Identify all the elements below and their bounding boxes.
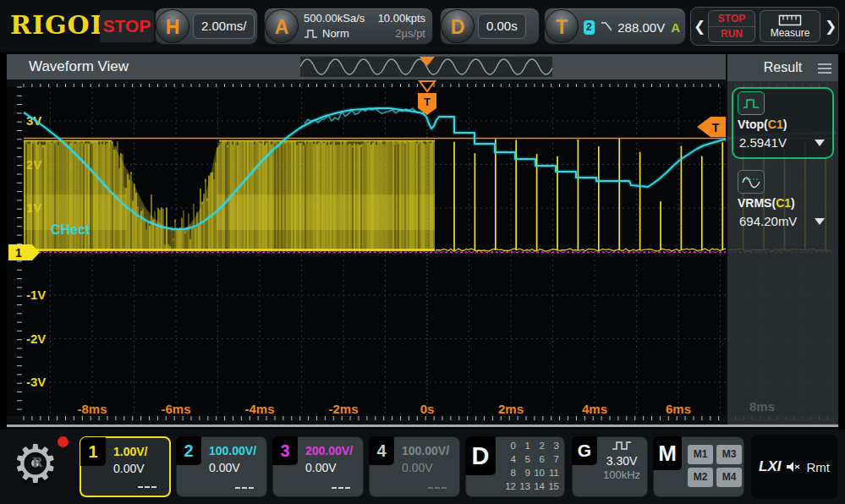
channel-2-button[interactable]: 2 100.00V/ 0.00V (176, 436, 267, 497)
delay-control[interactable]: D 0.00s (440, 8, 540, 45)
ch3-offset: 0.00V (305, 461, 337, 474)
lxi-status: LXI (759, 458, 781, 475)
quick-menu-group: ❮ STOP RUN Measure ❯ (690, 7, 839, 46)
math-m3-button[interactable]: M3 (716, 445, 742, 464)
t-knob[interactable]: T (545, 9, 579, 43)
dashed-line-icon (428, 487, 447, 489)
record-dot-icon (58, 436, 69, 447)
result-panel-header: Result (727, 54, 838, 81)
channel-ref: C1 (776, 196, 791, 210)
channel-1-button[interactable]: 1 1.00V/ 0.00V (80, 436, 171, 497)
waveform-view-title: Waveform View (29, 54, 129, 79)
menu-next-icon[interactable]: ❯ (825, 18, 835, 36)
vrms-measure-icon (738, 170, 765, 194)
ch2-scale: 100.00V/ (209, 444, 256, 457)
ch4-offset: 0.00V (402, 461, 433, 474)
square-wave-icon (611, 440, 633, 451)
speaker-muted-icon[interactable] (786, 460, 801, 474)
generator-voltage: 3.30V (598, 454, 645, 468)
a-knob[interactable]: A (265, 9, 299, 43)
status-panel: LXI Rmt (751, 435, 837, 499)
menu-prev-icon[interactable]: ❮ (694, 18, 704, 36)
acquisition-status: STOP (100, 10, 154, 42)
measure-button[interactable]: Measure (760, 10, 820, 42)
trigger-control[interactable]: T 2 288.00V A (544, 8, 686, 45)
expand-caret-icon[interactable] (815, 140, 825, 146)
dashed-line-icon (235, 487, 254, 489)
digital-channel-numbers: 0123 4567 891011 12131415 (502, 440, 559, 493)
math-button[interactable]: M M1 M3 M2 M4 (653, 436, 744, 497)
digital-channels-button[interactable]: D 0123 4567 891011 12131415 (465, 436, 565, 497)
vtop-measure-icon (738, 91, 765, 115)
result-panel: Result Vtop(C1) 2.5941V VRMS(C1) (726, 54, 838, 425)
math-m4-button[interactable]: M4 (716, 468, 742, 487)
measurement-card-vrms[interactable]: VRMS(C1) 694.20mV (732, 166, 834, 238)
ch1-scale: 1.00V/ (113, 445, 147, 458)
expand-caret-icon[interactable] (815, 218, 825, 225)
memory-depth: 10.00kpts (378, 11, 425, 26)
channel-4-button[interactable]: 4 100.00V/ 0.00V (369, 436, 460, 497)
rigol-gear-logo[interactable]: ⚙ R (10, 431, 73, 501)
h-knob[interactable]: H (156, 9, 189, 43)
trigger-source-badge: 2 (584, 20, 595, 35)
remote-status: Rmt (806, 460, 830, 474)
oscilloscope-screen: 3V2V1V-1V-2V-3V-8ms-6ms-4ms-2ms0s2ms4ms6… (0, 0, 845, 504)
ruler-icon (778, 14, 802, 26)
channel-ref: C1 (768, 118, 783, 131)
waveform-plot-background (7, 79, 838, 430)
falling-edge-icon (601, 21, 612, 33)
horizontal-scale-value[interactable]: 2.00ms/ (193, 14, 255, 39)
trigger-sweep-auto-flag: A (671, 20, 680, 35)
horizontal-scale-control[interactable]: H 2.00ms/ (155, 8, 258, 45)
ch3-scale: 200.00V/ (305, 444, 353, 457)
channel-3-button[interactable]: 3 200.00V/ 0.00V (272, 436, 364, 497)
math-m1-button[interactable]: M1 (688, 445, 713, 464)
rigol-logo: RIGOL (10, 10, 109, 40)
dashed-line-icon (138, 486, 156, 488)
bottom-bar: ⚙ R 1 1.00V/ 0.00V 2 100.00V/ 0.00V 3 20… (0, 430, 845, 504)
top-bar: RIGOL STOP H 2.00ms/ A 500.00kSa/s 10.00… (0, 0, 845, 52)
generator-frequency: 100kHz (598, 468, 645, 482)
result-menu-icon[interactable] (818, 63, 831, 76)
pulse-icon (304, 29, 319, 39)
dashed-line-icon (332, 487, 350, 489)
measurement-card-vtop[interactable]: Vtop(C1) 2.5941V (732, 87, 834, 159)
stop-run-button[interactable]: STOP RUN (708, 10, 755, 42)
waveform-generator-button[interactable]: G 3.30V 100kHz (572, 436, 648, 497)
acquisition-mode: Norm (322, 26, 349, 41)
d-knob[interactable]: D (441, 9, 475, 43)
timeline-overview[interactable] (300, 57, 552, 77)
acquisition-control[interactable]: A 500.00kSa/s 10.00kpts Norm 2µs/pt (264, 8, 433, 45)
trigger-level-value: 288.00V (617, 20, 665, 35)
waveform-view-header: Waveform View (7, 54, 726, 79)
delay-value[interactable]: 0.00s (478, 14, 526, 39)
math-m2-button[interactable]: M2 (688, 468, 713, 487)
ch1-offset: 0.00V (113, 462, 145, 475)
timeline-trigger-position-icon[interactable] (420, 57, 435, 66)
ch4-scale: 100.00V/ (402, 444, 449, 457)
ch2-offset: 0.00V (209, 461, 240, 474)
hidden-x-label: 8ms (749, 399, 775, 414)
time-resolution: 2µs/pt (395, 26, 425, 41)
sample-rate: 500.00kSa/s (304, 11, 365, 26)
